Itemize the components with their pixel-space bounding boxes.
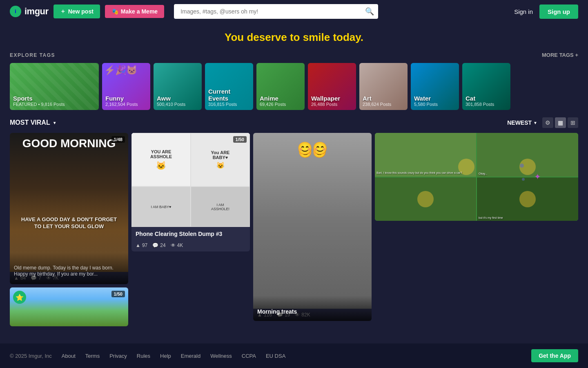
more-tags-button[interactable]: MORE TAGS + (542, 52, 578, 58)
tag-card-current[interactable]: Current Events 316,815 Posts (205, 63, 253, 110)
footer-link-terms[interactable]: Terms (85, 353, 100, 359)
footer-link-privacy[interactable]: Privacy (109, 353, 127, 359)
comic-panel-1: YOU AREASSHOLE 🐱 (131, 133, 191, 186)
simpsons-panel-1: Bart, I know this sounds crazy but do yo… (375, 133, 476, 177)
upvote-icon: ▲ (136, 242, 140, 248)
grid-small-icon: ⊞ (570, 119, 575, 126)
viral-title-button[interactable]: MOST VIRAL ▼ (10, 119, 57, 126)
post-card-morning-treats[interactable]: 😊😊 Morning treats ▲ 116 💬 19 👁 82K (253, 133, 372, 321)
newest-dropdown-icon: ▼ (533, 121, 537, 125)
comments-stat-phone: 💬 24 (152, 242, 165, 248)
viral-dropdown-icon: ▼ (53, 121, 57, 125)
header: i imgur ＋ New post 🎭 Make a Meme 🔍 Sign … (0, 0, 588, 23)
post-stats-phone-dump: ▲ 97 💬 24 👁 4K (131, 239, 250, 251)
tag-card-art[interactable]: Art 238,624 Posts (359, 63, 408, 110)
comic-panel-4: I AMASSHOLE! (191, 186, 250, 227)
footer-right: Get the App (531, 349, 578, 362)
explore-label: EXPLORE TAGS (10, 52, 55, 58)
post-image-greenfield (10, 287, 128, 326)
post-card-simpsons[interactable]: Bart, I know this sounds crazy but do yo… (375, 133, 578, 221)
search-icon: 🔍 (365, 7, 374, 16)
simpsons-panel-2: Okay... (477, 133, 578, 177)
post-image-simpsons: Bart, I know this sounds crazy but do yo… (375, 133, 578, 221)
footer-link-emerald[interactable]: Emerald (181, 353, 200, 359)
logo-text: imgur (24, 6, 49, 17)
post-image-phone-dump: YOU AREASSHOLE 🐱 You AREBABY♥ 😺 I AM BAB… (131, 133, 250, 227)
tag-info-wallpaper: Wallpaper 26,488 Posts (311, 95, 353, 107)
comic-grid: YOU AREASSHOLE 🐱 You AREBABY♥ 😺 I AM BAB… (131, 133, 250, 227)
tag-info-water: Water 5,580 Posts (414, 95, 456, 107)
simpsons-panel-3 (375, 177, 476, 221)
tag-card-cat[interactable]: Cat 301,858 Posts (462, 63, 510, 110)
tag-card-aww[interactable]: Aww 500,410 Posts (154, 63, 202, 110)
footer-copyright: © 2025 Imgur, Inc (10, 353, 52, 359)
footer-link-help[interactable]: Help (160, 353, 171, 359)
meme-icon: 🎭 (111, 8, 118, 15)
search-bar: 🔍 (174, 4, 378, 19)
simpsons-panel-4: but it's my first time (477, 177, 578, 221)
get-app-button[interactable]: Get the App (531, 349, 578, 362)
tag-card-wallpaper[interactable]: Wallpaper 26,488 Posts (308, 63, 356, 110)
upvotes-stat-phone: ▲ 97 (136, 242, 147, 248)
header-right: Sign in Sign up (514, 4, 578, 19)
tag-card-sports[interactable]: Sports FEATURED • 9,816 Posts (10, 63, 99, 110)
viral-section: MOST VIRAL ▼ NEWEST ▼ ⚙ ▦ ⊞ (0, 114, 588, 330)
tag-card-anime[interactable]: Anime 69,426 Posts (256, 63, 305, 110)
view-grid-small-button[interactable]: ⊞ (568, 117, 578, 128)
comment-icon: 💬 (152, 242, 158, 248)
post-desc-good-morning: Old meme dump. Today is the day I was bo… (14, 265, 124, 278)
post-image-good-morning: HAVE A GOOD DAY & DON'T FORGETTO LET YOU… (10, 133, 128, 272)
hero-section: You deserve to smile today. (0, 23, 588, 48)
footer-link-rules[interactable]: Rules (137, 353, 150, 359)
view-filter-button[interactable]: ⚙ (542, 117, 553, 128)
explore-header: EXPLORE TAGS MORE TAGS + (10, 52, 578, 58)
footer-link-eu-dsa[interactable]: EU DSA (266, 353, 285, 359)
tag-info-art: Art 238,624 Posts (363, 95, 404, 107)
tag-info-funny: Funny 2,162,504 Posts (105, 95, 147, 107)
post-image-morning-treats: 😊😊 (253, 133, 372, 309)
post-card-good-morning[interactable]: HAVE A GOOD DAY & DON'T FORGETTO LET YOU… (10, 133, 128, 284)
signin-button[interactable]: Sign in (514, 8, 533, 15)
post-card-greenfield[interactable]: ⭐ 1/50 (10, 287, 128, 326)
search-input[interactable] (174, 4, 378, 19)
post-overlay-good-morning: Old meme dump. Today is the day I was bo… (10, 253, 128, 284)
post-card-phone-dump[interactable]: YOU AREASSHOLE 🐱 You AREBABY♥ 😺 I AM BAB… (131, 133, 250, 251)
tag-card-funny[interactable]: Funny 2,162,504 Posts (102, 63, 150, 110)
newest-sort-button[interactable]: NEWEST ▼ (507, 119, 537, 126)
logo[interactable]: i imgur (10, 6, 49, 17)
footer: © 2025 Imgur, Inc About Terms Privacy Ru… (0, 343, 588, 368)
tag-info-sports: Sports FEATURED • 9,816 Posts (13, 95, 96, 107)
post-title-morning-treats: Morning treats (257, 308, 368, 315)
tags-grid: Sports FEATURED • 9,816 Posts Funny 2,16… (10, 63, 578, 110)
comic-panel-3: I AM BABY♥ (131, 186, 191, 227)
post-title-phone-dump: Phone Clearing Stolen Dump #3 (136, 230, 246, 238)
footer-link-about[interactable]: About (62, 353, 76, 359)
filter-icon: ⚙ (545, 119, 550, 126)
posts-grid: HAVE A GOOD DAY & DON'T FORGETTO LET YOU… (10, 133, 578, 326)
signup-button[interactable]: Sign up (539, 4, 578, 19)
new-post-icon: ＋ (60, 8, 66, 15)
search-button[interactable]: 🔍 (365, 7, 374, 16)
post-overlay-morning-treats: Morning treats (253, 296, 372, 321)
tag-info-current: Current Events 316,815 Posts (208, 88, 250, 107)
new-post-button[interactable]: ＋ New post (53, 4, 100, 18)
footer-link-ccpa[interactable]: CCPA (242, 353, 256, 359)
views-stat-phone: 👁 4K (171, 242, 183, 248)
view-toggle: ⚙ ▦ ⊞ (542, 117, 578, 128)
make-meme-button[interactable]: 🎭 Make a Meme (105, 5, 164, 18)
viral-header: MOST VIRAL ▼ NEWEST ▼ ⚙ ▦ ⊞ (10, 117, 578, 128)
post-badge-greenfield: 1/50 (111, 291, 125, 297)
tag-info-cat: Cat 301,858 Posts (466, 95, 507, 107)
hero-title: You deserve to smile today. (0, 31, 588, 44)
tag-info-anime: Anime 69,426 Posts (260, 95, 301, 107)
footer-link-wellness[interactable]: Wellness (210, 353, 232, 359)
post-badge-phone-dump: 1/50 (233, 136, 247, 143)
tag-info-aww: Aww 500,410 Posts (157, 95, 198, 107)
explore-tags-section: EXPLORE TAGS MORE TAGS + Sports FEATURED… (0, 48, 588, 114)
viral-right: NEWEST ▼ ⚙ ▦ ⊞ (507, 117, 578, 128)
tag-card-water[interactable]: Water 5,580 Posts (411, 63, 459, 110)
logo-icon: i (10, 6, 21, 17)
grid-wide-icon: ▦ (558, 119, 563, 126)
view-grid-wide-button[interactable]: ▦ (555, 117, 566, 128)
featured-star-icon: ⭐ (13, 291, 26, 304)
